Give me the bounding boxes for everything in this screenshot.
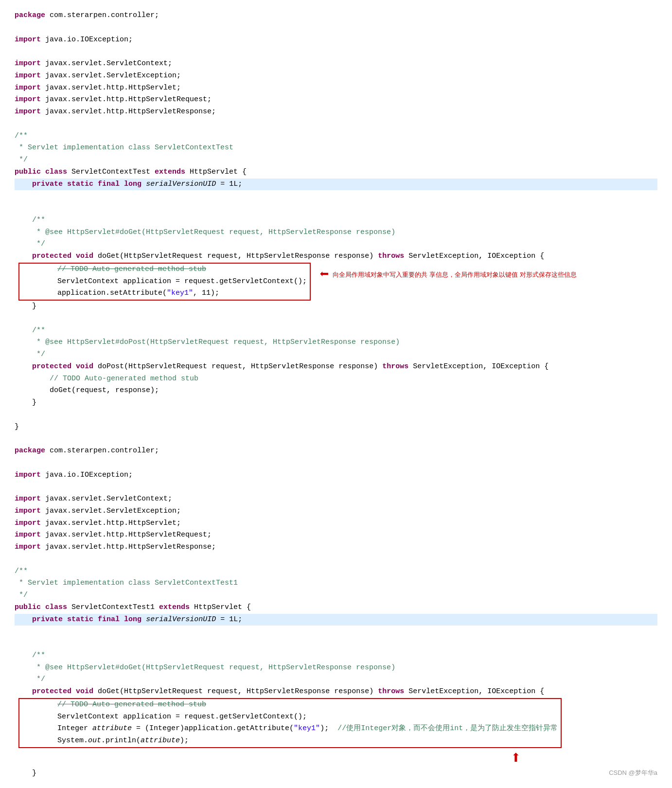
red-box-code-1: // TODO Auto-generated method stub Servl…: [22, 264, 307, 300]
code-section-1b: } /** * @see HttpServlet#doPost(HttpServ…: [15, 301, 657, 698]
code-section-1: package com.sterarpen.controller; import…: [15, 10, 657, 263]
arrow-up-icon: ⬆: [511, 750, 521, 768]
red-box-section-1: // TODO Auto-generated method stub Servl…: [15, 263, 657, 301]
arrow-left-icon: ⬅: [319, 263, 329, 287]
watermark: CSDN @梦年华a: [609, 768, 657, 778]
arrow-up-section: ⬆: [15, 750, 657, 768]
page-container: package com.sterarpen.controller; import…: [15, 10, 657, 788]
annotation-text-1: 向全局作用域对象中写入重要的共 享信息，全局作用域对象以键值 对形式保存这些信息: [333, 270, 576, 280]
arrow-annotation-1: ⬅ 向全局作用域对象中写入重要的共 享信息，全局作用域对象以键值 对形式保存这些…: [319, 263, 577, 287]
code-area: package com.sterarpen.controller; import…: [15, 10, 657, 788]
code-section-2b: } /** * @see HttpServlet#doPost(HttpServ…: [15, 768, 657, 788]
red-box-section-2: // TODO Auto-generated method stub Servl…: [15, 698, 657, 748]
red-box-2: // TODO Auto-generated method stub Servl…: [18, 698, 562, 748]
red-box-1: // TODO Auto-generated method stub Servl…: [18, 263, 311, 301]
red-box-code-2: // TODO Auto-generated method stub Servl…: [22, 699, 558, 747]
arrow-up-annotation: ⬆: [511, 750, 521, 768]
